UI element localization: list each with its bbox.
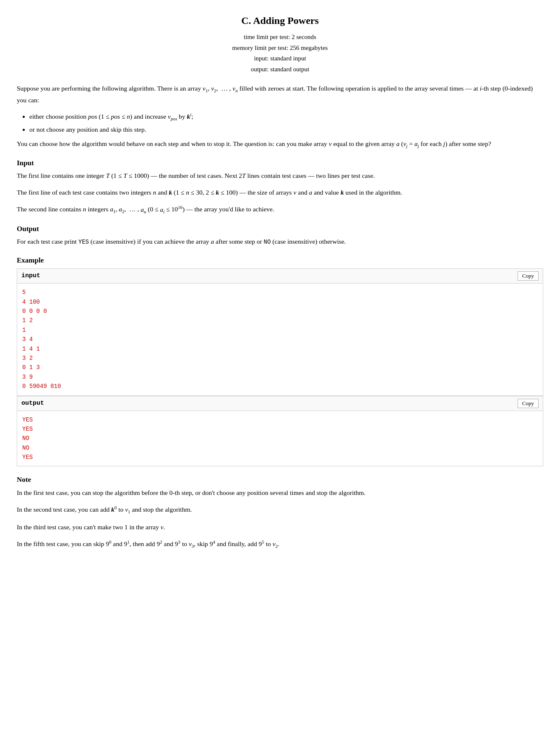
page-title: C. Adding Powers	[17, 13, 543, 29]
output-para: For each test case print YES (case insen…	[17, 236, 543, 247]
output-section-title: Output	[17, 223, 543, 234]
note-para-1: In the first test case, you can stop the…	[17, 487, 543, 498]
input-code-label: input	[21, 271, 40, 281]
note-para-2: In the second test case, you can add k0 …	[17, 504, 543, 515]
input-section-title: Input	[17, 157, 543, 169]
input-copy-button[interactable]: Copy	[518, 271, 539, 281]
output-section: Output For each test case print YES (cas…	[17, 223, 543, 247]
note-para-4: In the fifth test case, you can skip 90 …	[17, 538, 543, 550]
bullet-1: either choose position pos (1 ≤ pos ≤ n)…	[29, 111, 543, 123]
input-para-1: The first line contains one integer T (1…	[17, 170, 543, 181]
example-section: Example input Copy 5 4 100 0 0 0 0 1 2 1…	[17, 255, 543, 466]
output-code-body: YES YES NO NO YES	[17, 411, 543, 466]
intro-paragraph: Suppose you are performing the following…	[17, 83, 543, 105]
input-para-3: The second line contains n integers a1, …	[17, 203, 543, 215]
input-section: Input The first line contains one intege…	[17, 157, 543, 216]
bullet-2: or not choose any position and skip this…	[29, 125, 543, 135]
after-bullets-paragraph: You can choose how the algorithm would b…	[17, 138, 543, 150]
input-code-block: input Copy 5 4 100 0 0 0 0 1 2 1 3 4 1 4…	[17, 268, 543, 396]
output-code-block: output Copy YES YES NO NO YES	[17, 396, 543, 467]
note-para-3: In the third test case, you can't make t…	[17, 522, 543, 533]
input-para-2: The first line of each test case contain…	[17, 187, 543, 198]
note-title: Note	[17, 474, 543, 485]
time-limit: time limit per test: 2 seconds	[17, 32, 543, 43]
bullet-list: either choose position pos (1 ≤ pos ≤ n)…	[29, 111, 543, 135]
memory-limit: memory limit per test: 256 megabytes	[17, 43, 543, 54]
output-type: output: standard output	[17, 64, 543, 75]
input-code-header: input Copy	[17, 269, 543, 284]
example-title: Example	[17, 255, 543, 266]
output-code-header: output Copy	[17, 396, 543, 411]
output-code-label: output	[21, 398, 44, 409]
output-copy-button[interactable]: Copy	[518, 399, 539, 408]
meta-info: time limit per test: 2 seconds memory li…	[17, 32, 543, 75]
note-section: Note In the first test case, you can sto…	[17, 474, 543, 550]
input-type: input: standard input	[17, 53, 543, 64]
input-code-body: 5 4 100 0 0 0 0 1 2 1 3 4 1 4 1 3 2 0 1 …	[17, 284, 543, 395]
